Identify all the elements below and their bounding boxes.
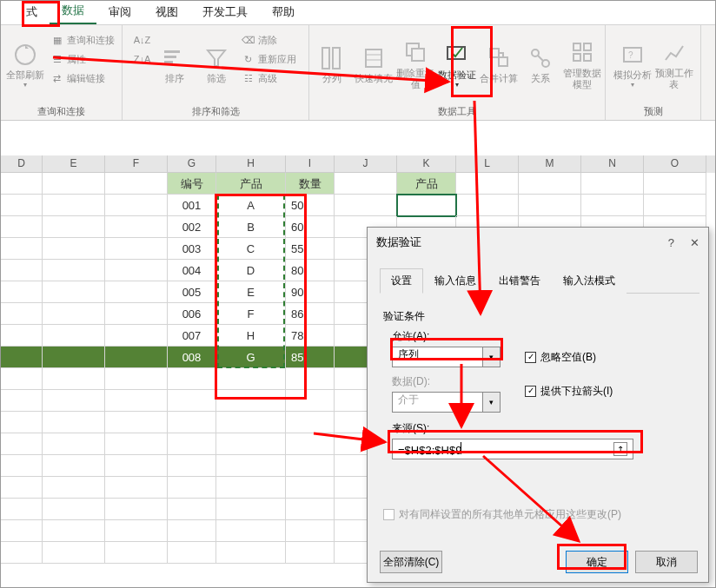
tab-settings[interactable]: 设置 <box>380 268 423 294</box>
cell[interactable] <box>1 433 43 455</box>
active-cell[interactable] <box>397 195 456 216</box>
cell[interactable] <box>1 195 43 216</box>
cell[interactable] <box>286 499 335 520</box>
cell-qty[interactable]: 80 <box>286 260 335 281</box>
cell[interactable] <box>43 455 105 477</box>
cell[interactable] <box>1 325 43 347</box>
cell[interactable] <box>216 499 286 520</box>
cell[interactable] <box>456 195 519 216</box>
cell[interactable] <box>286 542 335 564</box>
cell[interactable] <box>168 368 216 390</box>
cell[interactable] <box>216 368 286 390</box>
reapply-button[interactable]: ↻重新应用 <box>239 50 299 68</box>
cell[interactable] <box>43 520 105 542</box>
cell[interactable] <box>105 477 168 499</box>
cell-qty[interactable]: 78 <box>286 325 335 347</box>
tab-help[interactable]: 帮助 <box>260 0 307 24</box>
cell[interactable] <box>168 390 216 412</box>
refresh-all-button[interactable]: 全部刷新 ▾ <box>6 28 44 97</box>
cell[interactable] <box>105 347 168 368</box>
cell-qty[interactable]: 90 <box>286 281 335 303</box>
cell[interactable] <box>1 281 43 303</box>
header-prod[interactable]: 产品 <box>216 173 286 195</box>
cell[interactable] <box>1 499 43 520</box>
allow-dropdown-icon[interactable]: ▾ <box>483 347 501 367</box>
col-O[interactable]: O <box>644 155 706 173</box>
tab-view[interactable]: 视图 <box>143 0 190 24</box>
cell[interactable] <box>43 477 105 499</box>
cell-id[interactable]: 003 <box>168 238 216 260</box>
cell-id[interactable]: 006 <box>168 303 216 325</box>
tab-data[interactable]: 数据 <box>50 0 96 24</box>
cell[interactable] <box>168 542 216 564</box>
cell[interactable] <box>1 303 43 325</box>
cancel-button[interactable]: 取消 <box>635 551 698 573</box>
cell[interactable] <box>43 499 105 520</box>
col-G[interactable]: G <box>168 155 216 173</box>
cell[interactable] <box>1 390 43 412</box>
cell[interactable] <box>43 303 105 325</box>
cell[interactable] <box>1 455 43 477</box>
cell-id[interactable]: 007 <box>168 325 216 347</box>
col-J[interactable]: J <box>335 155 397 173</box>
cell[interactable] <box>216 455 286 477</box>
cell[interactable] <box>168 520 216 542</box>
cell[interactable] <box>168 455 216 477</box>
dialog-close[interactable]: ✕ <box>690 236 699 249</box>
cell-id[interactable]: 001 <box>168 195 216 216</box>
cell[interactable] <box>105 260 168 281</box>
cell-id[interactable]: 002 <box>168 216 216 238</box>
col-N[interactable]: N <box>581 155 644 173</box>
advanced-button[interactable]: ☷高级 <box>239 69 299 87</box>
cell[interactable] <box>519 195 581 216</box>
cell[interactable] <box>286 368 335 390</box>
properties-button[interactable]: ☰ 属性 <box>48 50 117 68</box>
cell[interactable] <box>168 412 216 433</box>
cell[interactable] <box>1 260 43 281</box>
cell[interactable] <box>43 238 105 260</box>
cell[interactable] <box>286 477 335 499</box>
dropdown-checkbox[interactable]: ✓ 提供下拉箭头(I) <box>525 384 613 399</box>
filter-button[interactable]: 筛选 <box>197 28 235 97</box>
col-L[interactable]: L <box>456 155 519 173</box>
cell[interactable] <box>168 499 216 520</box>
cell[interactable] <box>105 281 168 303</box>
clear-button[interactable]: ⌫清除 <box>239 31 299 49</box>
whatif[interactable]: ? 模拟分析 ▾ <box>613 28 652 97</box>
cell[interactable] <box>105 412 168 433</box>
cell[interactable] <box>105 195 168 216</box>
flash-fill[interactable]: 快速填充 <box>355 28 393 97</box>
cell[interactable] <box>216 433 286 455</box>
tab-devtools[interactable]: 开发工具 <box>190 0 260 24</box>
tab-error-alert[interactable]: 出错警告 <box>487 268 552 294</box>
cell[interactable] <box>1 238 43 260</box>
cell-prod[interactable]: A <box>216 195 286 216</box>
cell-prod[interactable]: G <box>216 347 286 368</box>
cell-id[interactable]: 004 <box>168 260 216 281</box>
text-to-columns[interactable]: 分列 <box>313 28 351 97</box>
cell[interactable] <box>105 433 168 455</box>
col-M[interactable]: M <box>519 155 581 173</box>
cell[interactable] <box>43 412 105 433</box>
cell[interactable] <box>644 195 706 216</box>
cell[interactable] <box>1 347 43 368</box>
cell-prod[interactable]: H <box>216 325 286 347</box>
ok-button[interactable]: 确定 <box>566 551 628 573</box>
tab-input-msg[interactable]: 输入信息 <box>423 268 487 294</box>
remove-dup[interactable]: 删除重复值 <box>396 28 434 97</box>
cell[interactable] <box>1 216 43 238</box>
col-D[interactable]: D <box>1 155 43 173</box>
cell[interactable] <box>216 520 286 542</box>
cell[interactable] <box>105 238 168 260</box>
cell-prod[interactable]: D <box>216 260 286 281</box>
cell-qty[interactable]: 55 <box>286 238 335 260</box>
cell-id[interactable]: 008 <box>168 347 216 368</box>
data-validation-button[interactable]: 数据验证 ▾ <box>438 28 476 97</box>
cell[interactable] <box>335 195 397 216</box>
cell-prod[interactable]: F <box>216 303 286 325</box>
cell[interactable] <box>286 390 335 412</box>
cell-qty[interactable]: 86 <box>286 303 335 325</box>
col-K[interactable]: K <box>397 155 456 173</box>
cell[interactable] <box>43 281 105 303</box>
col-H[interactable]: H <box>216 155 286 173</box>
